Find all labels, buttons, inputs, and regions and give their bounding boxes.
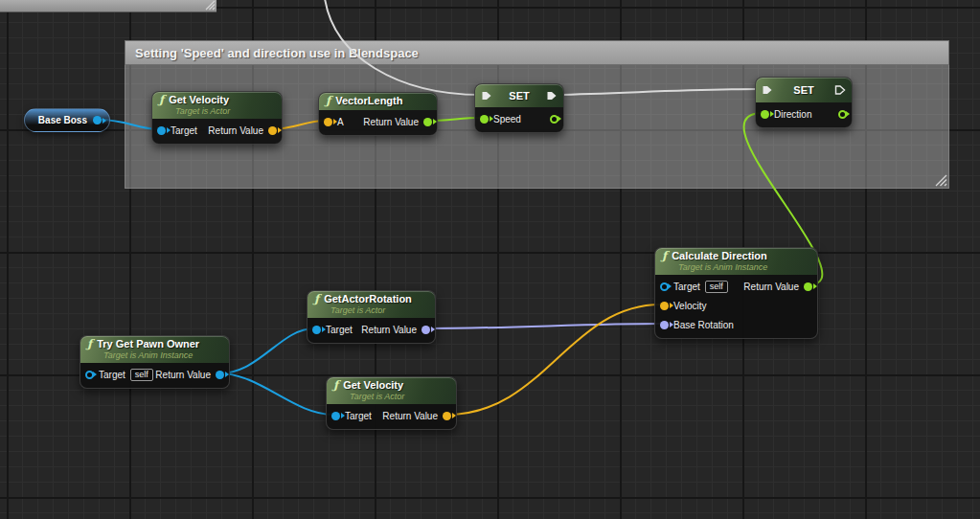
pin-target[interactable]: Target self — [660, 281, 728, 293]
function-icon: ƒ — [333, 379, 338, 392]
object-out-pin-icon[interactable] — [93, 116, 102, 124]
pin-label: Return Value — [743, 282, 799, 292]
node-subtitle: Target is Actor — [175, 106, 274, 116]
object-pin-icon[interactable] — [85, 371, 94, 379]
pin-speed[interactable]: Speed — [480, 114, 521, 124]
vector-pin-icon[interactable] — [660, 302, 669, 310]
rotator-pin-icon[interactable] — [660, 321, 669, 329]
pin-label: Return Value — [382, 411, 438, 421]
pin-target[interactable]: Target — [312, 325, 353, 335]
node-header: ƒ VectorLength — [319, 93, 437, 110]
vector-pin-icon[interactable] — [324, 118, 332, 126]
wire-pawn-owner-to-get-actor-rotation[interactable] — [219, 328, 314, 373]
float-pin-icon[interactable] — [480, 115, 489, 124]
node-title: Try Get Pawn Owner — [97, 338, 199, 350]
object-pin-icon[interactable] — [660, 282, 669, 291]
pin-return-value[interactable]: Return Value — [382, 411, 451, 421]
node-title: Get Velocity — [169, 94, 229, 106]
function-icon: ƒ — [662, 250, 667, 262]
node-get-velocity-bottom[interactable]: ƒ Get Velocity Target is Actor Target Re… — [326, 376, 457, 430]
pin-label: Target — [345, 411, 372, 421]
node-title: GetActorRotation — [324, 293, 412, 305]
vector-pin-icon[interactable] — [268, 126, 277, 135]
node-title: SET — [773, 84, 834, 96]
node-calculate-direction[interactable]: ƒ Calculate Direction Target is Anim Ins… — [654, 247, 818, 339]
node-get-actor-rotation[interactable]: ƒ GetActorRotation Target is Actor Targe… — [307, 290, 436, 344]
pin-return-value[interactable]: Return Value — [361, 325, 430, 335]
exec-out-pin[interactable] — [834, 84, 846, 96]
pin-label: Target — [326, 325, 353, 335]
wire-pawn-owner-to-get-velocity-bottom[interactable] — [219, 373, 333, 415]
pin-label: Target — [171, 125, 197, 136]
exec-in-pin[interactable] — [481, 90, 492, 102]
float-pin-icon[interactable] — [804, 282, 812, 291]
pin-label: Target — [99, 370, 125, 380]
node-vector-length[interactable]: ƒ VectorLength A Return Value — [318, 92, 438, 136]
pin-label: Target — [673, 282, 700, 292]
function-icon: ƒ — [326, 95, 330, 107]
node-title: Calculate Direction — [672, 250, 767, 262]
node-header: ƒ Get Velocity Target is Actor — [327, 377, 456, 404]
pin-target[interactable]: Target self — [85, 369, 153, 381]
node-header: ƒ Calculate Direction Target is Anim Ins… — [655, 248, 817, 275]
float-pin-icon[interactable] — [550, 115, 558, 124]
float-pin-icon[interactable] — [838, 110, 847, 119]
float-pin-icon[interactable] — [423, 118, 432, 126]
function-icon: ƒ — [87, 338, 92, 350]
wire-get-velocity-bottom-to-velocity[interactable] — [447, 305, 661, 415]
pin-label: A — [337, 117, 344, 127]
pin-velocity[interactable]: Velocity — [660, 301, 706, 311]
node-subtitle: Target is Actor — [330, 305, 427, 315]
exec-in-pin[interactable] — [762, 84, 773, 96]
node-title: Get Velocity — [343, 379, 403, 392]
wire-actor-rotation-to-base-rotation[interactable] — [426, 324, 661, 328]
pin-target[interactable]: Target — [331, 411, 372, 421]
comment-title: Setting 'Speed' and direction use in Ble… — [135, 46, 419, 60]
pin-output-value[interactable] — [838, 110, 847, 119]
pin-label: Direction — [774, 109, 811, 120]
node-header: ƒ Try Get Pawn Owner Target is Anim Inst… — [80, 336, 229, 363]
rotator-pin-icon[interactable] — [422, 326, 430, 334]
pin-return-value[interactable]: Return Value — [363, 117, 432, 127]
float-pin-icon[interactable] — [761, 110, 769, 119]
pin-label: Velocity — [673, 301, 706, 311]
node-header: SET — [475, 84, 563, 107]
node-header: ƒ GetActorRotation Target is Actor — [308, 291, 435, 318]
node-set-direction[interactable]: SET Direction — [755, 77, 853, 128]
self-value-box[interactable]: self — [705, 281, 728, 293]
function-icon: ƒ — [159, 94, 164, 106]
pin-label: Return Value — [363, 117, 419, 127]
pin-base-rotation[interactable]: Base Rotation — [660, 320, 734, 330]
node-base-boss[interactable]: Base Boss — [24, 108, 110, 132]
object-pin-icon[interactable] — [216, 371, 224, 379]
pin-label: Return Value — [361, 325, 417, 335]
object-pin-icon[interactable] — [312, 326, 321, 334]
variable-title: Base Boss — [38, 115, 87, 125]
pin-target[interactable]: Target — [157, 125, 197, 136]
object-pin-icon[interactable] — [157, 126, 166, 135]
comment-header[interactable]: Setting 'Speed' and direction use in Ble… — [125, 40, 949, 65]
node-title: SET — [492, 90, 546, 102]
pin-return-value[interactable]: Return Value — [208, 125, 277, 136]
comment-resize-handle[interactable] — [935, 174, 947, 187]
comment-box-partial-top[interactable] — [0, 0, 217, 12]
node-try-get-pawn-owner[interactable]: ƒ Try Get Pawn Owner Target is Anim Inst… — [80, 335, 230, 389]
comment-resize-handle[interactable] — [205, 0, 216, 11]
self-value-box[interactable]: self — [130, 369, 153, 381]
node-get-velocity-top[interactable]: ƒ Get Velocity Target is Actor Target Re… — [151, 91, 283, 145]
pin-output-value[interactable] — [550, 115, 558, 124]
node-header: SET — [756, 78, 852, 102]
exec-out-pin[interactable] — [546, 90, 558, 102]
node-subtitle: Target is Anim Instance — [103, 350, 221, 360]
node-set-speed[interactable]: SET Speed — [474, 83, 564, 133]
node-subtitle: Target is Anim Instance — [678, 262, 809, 272]
pin-label: Speed — [493, 114, 521, 124]
vector-pin-icon[interactable] — [443, 412, 451, 420]
pin-a[interactable]: A — [324, 117, 344, 127]
node-title: VectorLength — [335, 95, 402, 107]
pin-label: Return Value — [208, 125, 263, 136]
pin-return-value[interactable]: Return Value — [743, 282, 812, 292]
pin-return-value[interactable]: Return Value — [155, 370, 224, 380]
object-pin-icon[interactable] — [331, 412, 340, 420]
pin-direction[interactable]: Direction — [761, 109, 811, 120]
